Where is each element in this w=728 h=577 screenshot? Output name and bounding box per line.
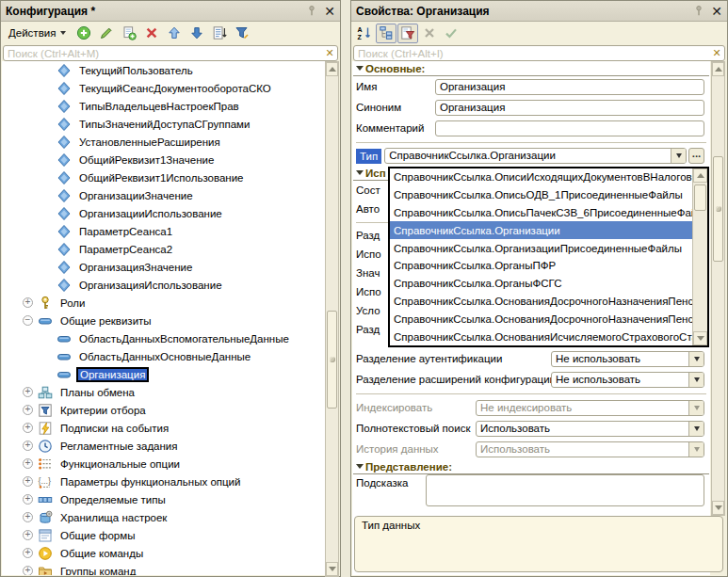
clone-button[interactable] (119, 24, 139, 43)
properties-scrollbar[interactable] (711, 61, 725, 516)
property-text-input[interactable]: Организация (435, 79, 704, 95)
expand-expander-icon[interactable]: + (23, 423, 33, 433)
section-collapse-icon[interactable] (356, 66, 364, 71)
property-textarea[interactable] (426, 474, 704, 506)
combo-dropdown-button[interactable] (688, 422, 704, 436)
expand-expander-icon[interactable]: + (23, 494, 33, 505)
combo-dropdown-button[interactable] (688, 352, 704, 366)
tree-item[interactable]: +Подписки на события (2, 419, 325, 437)
section-collapse-icon[interactable] (356, 170, 364, 175)
sort-list-button[interactable] (209, 24, 230, 43)
tree-item[interactable]: +Определяемые типы (2, 490, 325, 508)
property-text-input[interactable]: Организация (435, 100, 704, 116)
move-down-button[interactable] (186, 24, 207, 43)
tree-item[interactable]: +Общие формы (2, 526, 325, 544)
delete-button[interactable] (141, 24, 162, 43)
scroll-up-button[interactable] (712, 62, 724, 76)
edit-button[interactable] (96, 24, 117, 43)
property-section-header[interactable]: Представление: (353, 459, 709, 474)
tree-item[interactable]: ОбщийРеквизит1Значение (2, 151, 325, 168)
type-dropdown-item[interactable]: СправочникСсылка.ОснованияДосрочногоНазн… (390, 293, 692, 311)
tree-item[interactable]: +Критерии отбора (2, 401, 325, 419)
type-dropdown-item[interactable]: СправочникСсылка.Организации (390, 221, 692, 239)
tree-item[interactable]: Организация (2, 365, 325, 383)
scrollbar-thumb[interactable] (327, 311, 337, 409)
tree-item[interactable]: ТекущийПользователь (2, 61, 325, 79)
tree-item[interactable]: +Регламентные задания (2, 437, 325, 455)
type-dropdown-item[interactable]: СправочникСсылка.ОписьОДВ_1Присоединенны… (390, 186, 692, 204)
type-dropdown-item[interactable]: СправочникСсылка.ОписьПачекСЗВ_6Присоеди… (390, 204, 692, 222)
categories-button[interactable] (376, 24, 396, 43)
tree-item[interactable]: ОбластьДанныхОсновныеДанные (2, 347, 325, 365)
combo-dropdown-button[interactable] (688, 373, 704, 387)
property-section-header[interactable]: Основные: (353, 61, 709, 76)
sort-alphabetical-button[interactable] (354, 24, 375, 43)
expand-expander-icon[interactable]: + (23, 548, 33, 558)
tree-item[interactable]: +Планы обмена (2, 383, 325, 401)
expand-expander-icon[interactable]: + (23, 476, 33, 487)
tree-item[interactable]: +Параметры функциональных опций (2, 473, 325, 490)
tree-item[interactable]: +Функциональные опции (2, 455, 325, 473)
tree-item[interactable]: ПараметрСеанса2 (2, 240, 325, 258)
scrollbar-thumb[interactable] (713, 156, 723, 262)
property-combo-box[interactable]: Не использовать (551, 372, 704, 388)
properties-search-input[interactable] (354, 48, 709, 59)
type-dropdown-item[interactable]: СправочникСсылка.ОрганыФСГС (390, 275, 692, 293)
expand-expander-icon[interactable]: + (23, 297, 33, 308)
tree-item[interactable]: +Роли (2, 294, 325, 312)
tree-search-input[interactable] (4, 48, 322, 59)
move-up-button[interactable] (164, 24, 185, 43)
tree-item[interactable]: −Общие реквизиты (2, 312, 325, 329)
type-dropdown-item[interactable]: СправочникСсылка.ОрганыПФР (390, 257, 692, 275)
section-collapse-icon[interactable] (356, 464, 364, 469)
property-combo-box[interactable]: Не использовать (551, 351, 704, 367)
scroll-down-button[interactable] (326, 562, 338, 576)
tree-item[interactable]: ТекущийСеансДокументооборотаСКО (2, 79, 325, 97)
type-combo-box[interactable]: СправочникСсылка.Организации (384, 148, 687, 164)
actions-menu-button[interactable]: Действия (4, 24, 71, 43)
expand-expander-icon[interactable]: + (23, 566, 33, 575)
scroll-down-button[interactable] (693, 331, 707, 345)
tree-item[interactable]: ТипыВладельцевНастроекПрав (2, 97, 325, 115)
dropdown-scrollbar[interactable] (692, 168, 707, 345)
clear-search-icon[interactable]: ✕ (709, 47, 724, 59)
scroll-down-button[interactable] (712, 501, 724, 515)
tree-item[interactable]: ОбщийРеквизит1Использование (2, 168, 325, 186)
tree-item[interactable]: ПараметрСеанса1 (2, 222, 325, 240)
tree-item[interactable]: ОрганизацииИспользование (2, 204, 325, 222)
pin-icon[interactable] (694, 5, 704, 17)
scroll-up-button[interactable] (326, 62, 338, 76)
scroll-up-button[interactable] (693, 168, 707, 183)
expand-expander-icon[interactable]: + (23, 530, 33, 540)
tree-item[interactable]: +Группы команд (2, 562, 325, 575)
tree-item[interactable]: ТипыЗначенийДоступаСГруппами (2, 115, 325, 133)
pin-icon[interactable] (307, 5, 316, 17)
type-dropdown-item[interactable]: СправочникСсылка.ОснованияИсчисляемогоСт… (390, 328, 692, 345)
type-dropdown-item[interactable]: СправочникСсылка.ОснованияДосрочногоНазн… (390, 310, 692, 328)
type-choose-button[interactable]: ... (688, 148, 704, 164)
clear-search-icon[interactable]: ✕ (322, 47, 337, 59)
tree-item[interactable]: +Общие команды (2, 544, 325, 562)
expand-expander-icon[interactable]: + (23, 405, 33, 415)
tree-item[interactable]: ОрганизацииЗначение (2, 186, 325, 204)
expand-expander-icon[interactable]: + (23, 387, 33, 397)
tree-item[interactable]: ОрганизацияИспользование (2, 276, 325, 294)
add-button[interactable] (73, 24, 94, 43)
filter-properties-button[interactable] (397, 24, 418, 43)
tree-item[interactable]: УстановленныеРасширения (2, 133, 325, 151)
combo-dropdown-button[interactable] (671, 149, 686, 163)
expand-expander-icon[interactable]: + (23, 441, 33, 451)
property-text-input[interactable] (435, 120, 704, 136)
close-properties-panel-button[interactable]: ✕ (711, 5, 722, 18)
type-dropdown-item[interactable]: СправочникСсылка.ОписиИсходящихДокументо… (390, 168, 692, 186)
tree-item[interactable]: +Хранилища настроек (2, 508, 325, 526)
tree-item[interactable]: ОрганизацияЗначение (2, 258, 325, 276)
expand-expander-icon[interactable]: + (23, 512, 33, 522)
scrollbar-thumb[interactable] (694, 184, 706, 211)
property-combo-box[interactable]: Использовать (476, 421, 704, 437)
tree-item[interactable]: ОбластьДанныхВспомогательныеДанные (2, 329, 325, 347)
collapse-expander-icon[interactable]: − (23, 315, 33, 326)
expand-expander-icon[interactable]: + (23, 458, 33, 469)
close-configuration-panel-button[interactable]: ✕ (324, 5, 335, 18)
type-dropdown-item[interactable]: СправочникСсылка.ОрганизацииПрисоединенн… (390, 239, 692, 257)
